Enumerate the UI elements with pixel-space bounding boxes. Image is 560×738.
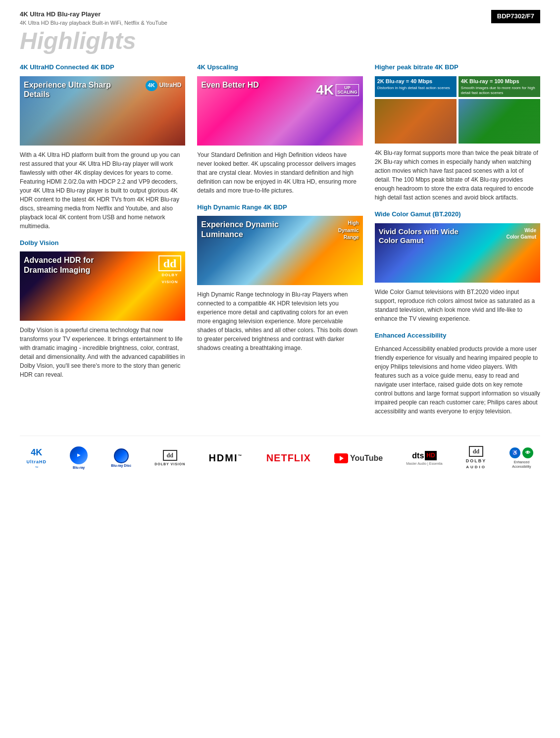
body-text-dolby: Dolby Vision is a powerful cinema techno… [20,326,185,379]
logo-accessibility: ♿ 👁 EnhancedAccessibility [509,447,533,469]
accessibility-icon-2: 👁 [522,447,533,458]
model-info: BDP7302/F7 [491,10,540,23]
accessibility-icon-1: ♿ [509,447,520,458]
badge-dolby: dd DOLBY VISION [158,255,182,285]
body-text-hdr: High Dynamic Range technology in Blu-ray… [197,290,362,352]
badge-hdr: HighDynamicRange [338,220,359,242]
body-text-bitrate: 4K Blu-ray format supports more than twi… [375,148,540,202]
bitrate-4k-label: 4K Blu-ray = 100 Mbps Smooth images due … [458,76,540,98]
image-upscaling: Even Better HD 4K UPSCALING [197,76,362,146]
badge-wcg: WideColor Gamut [506,227,536,240]
image-4k-ultra-overlay: Experience Ultra Sharp Details [24,80,115,99]
image-4k-ultra: Experience Ultra Sharp Details 4K UltraH… [20,76,185,146]
logos-bar: 4K UltraHD ™ ▶ Blu-ray Blu-ray Disc dd D… [20,436,540,475]
section-4k-ultra-title: 4K UltraHD Connected 4K BDP [20,63,185,72]
youtube-icon [334,453,348,463]
image-hdr-overlay: Experience Dynamic Luminance [201,220,292,239]
accessibility-label: EnhancedAccessibility [512,460,531,469]
body-text-upscaling: Your Standard Definition and High Defini… [197,150,362,195]
model-badge: BDP7302/F7 [491,10,540,23]
product-name: 4K Ultra HD Blu-ray Player [20,10,167,19]
main-content: 4K UltraHD Connected 4K BDP Experience U… [20,63,540,421]
column-3: Higher peak bitrate 4K BDP 2K Blu-ray = … [375,63,540,421]
logo-netflix: NETFLIX [266,451,311,465]
logo-dts: dts HD Master Audio | Essentia [406,450,442,466]
section-dolby-vision-title: Dolby Vision [20,239,185,248]
logo-bluray: ▶ Blu-ray [70,446,88,470]
logo-dolby-audio: dd DOLBY AUDIO [466,446,487,470]
product-info: 4K Ultra HD Blu-ray Player 4K Ultra HD B… [20,10,167,27]
bitrate-image-4k [458,99,540,144]
image-dolby-vision: Advanced HDR for Dramatic Imaging dd DOL… [20,251,185,321]
badge-4k-ultra: 4K UltraHD [146,80,182,91]
page-header: 4K Ultra HD Blu-ray Player 4K Ultra HD B… [20,10,540,27]
page-title: Highlights [20,29,540,53]
bitrate-2k-label: 2K Blu-ray = 40 Mbps Distortion in high … [375,76,457,98]
section-bitrate-title: Higher peak bitrate 4K BDP [375,63,540,72]
image-wcg: Vivid Colors with Wide Color Gamut WideC… [375,223,540,283]
logo-dolby-vision: dd DOLBY VISION [154,450,185,467]
section-hdr-title: High Dynamic Range 4K BDP [197,203,362,212]
bitrate-image-2k [375,99,457,144]
wcg-image-container: Vivid Colors with Wide Color Gamut WideC… [375,223,540,283]
logo-youtube: YouTube [334,452,383,464]
column-2: 4K Upscaling Even Better HD 4K UPSCALING… [197,63,362,421]
logo-hdmi: HDMI™ [208,451,243,465]
image-hdr: Experience Dynamic Luminance HighDynamic… [197,216,362,285]
body-text-accessibility: Enhanced Accessibility enabled products … [375,344,540,416]
image-wcg-overlay: Vivid Colors with Wide Color Gamut [379,227,470,245]
bitrate-images: 2K Blu-ray = 40 Mbps Distortion in high … [375,76,540,144]
image-dolby-overlay: Advanced HDR for Dramatic Imaging [24,255,115,274]
body-text-4k-ultra: With a 4K Ultra HD platform built from t… [20,150,185,231]
product-description: 4K Ultra HD Blu-ray playback Built-in Wi… [20,19,167,27]
image-upscaling-overlay: Even Better HD [201,80,292,90]
section-wcg-title: Wide Color Gamut (BT.2020) [375,210,540,219]
badge-upscaling: 4K UPSCALING [316,80,358,100]
logo-ultrahd: 4K UltraHD ™ [27,446,47,470]
section-upscaling-title: 4K Upscaling [197,63,362,72]
body-text-wcg: Wide Color Gamut televisions with BT.202… [375,288,540,323]
logo-bluray-disc: Blu-ray Disc [111,448,131,468]
column-1: 4K UltraHD Connected 4K BDP Experience U… [20,63,185,421]
section-accessibility-title: Enhanced Accessibility [375,331,540,341]
